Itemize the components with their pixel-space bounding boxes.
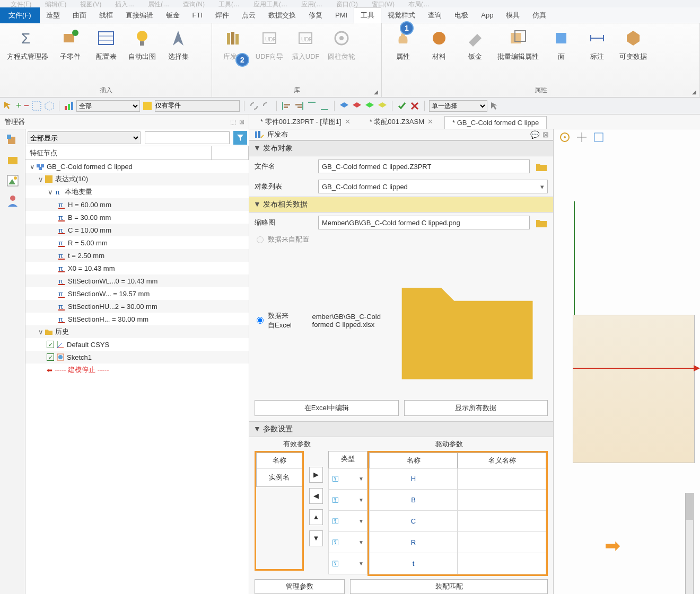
tree-var[interactable]: πC = 10.00 mm — [25, 224, 249, 236]
tab-query[interactable]: 查询 — [422, 7, 448, 23]
drive-name-cell[interactable]: R — [369, 532, 458, 553]
checkbox-checked-icon[interactable]: ✓ — [47, 353, 54, 361]
tab-repair[interactable]: 修复 — [302, 7, 329, 23]
ribbon-variable-data[interactable]: 可变数据 — [616, 25, 650, 84]
ribbon-batch-edit[interactable]: 批量编辑属性 — [494, 25, 542, 84]
tree-var[interactable]: πt = 2.50 mm — [25, 249, 249, 262]
excel-path-field[interactable]: ember\GB\GB_C-Cold formed C lipped.xlsx — [312, 313, 384, 329]
tab-pointcloud[interactable]: 点云 — [235, 7, 262, 23]
align-right-icon[interactable] — [294, 101, 304, 111]
file-menu-button[interactable]: 文件(F) — [0, 7, 40, 23]
show-all-data-button[interactable]: 显示所有数据 — [404, 400, 548, 416]
tab-electrode[interactable]: 电极 — [448, 7, 475, 23]
doc-tab-part001[interactable]: * 零件001.Z3PRT - [草图1]✕ — [252, 114, 358, 129]
tree-var[interactable]: πR = 5.00 mm — [25, 236, 249, 249]
tab-sheetmetal[interactable]: 钣金 — [160, 7, 186, 23]
radio-from-excel[interactable] — [257, 317, 264, 324]
box-icon[interactable] — [6, 154, 20, 167]
drive-enname-cell[interactable] — [458, 532, 546, 553]
tab-simulation[interactable]: 仿真 — [526, 7, 553, 23]
tree-var[interactable]: πSttSectionHU...2 = 30.00 mm — [25, 300, 249, 313]
ribbon-library-publish[interactable]: 库发布 2 — [216, 25, 250, 84]
edit-in-excel-button[interactable]: 在Excel中编辑 — [255, 400, 399, 416]
tab-surface[interactable]: 曲面 — [66, 7, 93, 23]
ribbon-udf-wizard[interactable]: UDF UDF向导 — [252, 25, 286, 84]
tree-csys[interactable]: ✓ Default CSYS — [25, 338, 249, 351]
close-icon[interactable]: ✕ — [345, 118, 351, 126]
filter-all-dropdown[interactable]: 全部 — [76, 100, 140, 112]
assembly-match-button[interactable]: 装配匹配 — [350, 579, 548, 594]
doc-tab-asm001[interactable]: * 装配001.Z3ASM✕ — [362, 114, 441, 129]
layer3-icon[interactable] — [364, 101, 375, 111]
section-param-settings[interactable]: ▼参数设置 — [249, 421, 553, 437]
tab-app[interactable]: App — [475, 7, 500, 23]
move-down-button[interactable]: ▼ — [309, 530, 323, 546]
objectlist-dropdown[interactable]: GB_C-Cold formed C lipped▾ — [318, 180, 548, 193]
tree-sketch[interactable]: ✓ Sketch1 — [25, 351, 249, 364]
tree-var[interactable]: πH = 60.00 mm — [25, 198, 249, 211]
doc-tab-gbc[interactable]: * GB_C-Cold formed C lippe — [444, 116, 547, 129]
tab-fti[interactable]: FTI — [186, 7, 209, 23]
thumbnail-field[interactable]: Member\GB\GB_C-Cold formed C lipped.png — [318, 216, 530, 229]
ribbon-annotation[interactable]: 标注 — [580, 25, 614, 84]
tree-history[interactable]: ∨ 历史 — [25, 325, 249, 338]
ribbon-auto-drawing[interactable]: 自动出图 — [125, 25, 159, 84]
star-cursor-icon[interactable] — [142, 101, 153, 111]
ribbon-face[interactable]: 面 — [544, 25, 578, 84]
close-icon[interactable]: ⊠ — [542, 130, 549, 139]
target-icon[interactable] — [559, 131, 571, 143]
only-parts-field[interactable] — [155, 100, 240, 112]
drive-type-cell[interactable]: ⚿▼ — [328, 468, 368, 490]
drive-enname-cell[interactable] — [458, 511, 546, 532]
drive-type-cell[interactable]: ⚿▼ — [328, 490, 368, 511]
single-select-dropdown[interactable]: 单一选择 — [429, 100, 487, 112]
move-left-button[interactable]: ◀ — [309, 488, 323, 504]
grid-icon[interactable] — [593, 131, 605, 143]
ribbon-cylindrical-gear[interactable]: 圆柱齿轮 — [325, 25, 358, 84]
tab-data-exchange[interactable]: 数据交换 — [262, 7, 302, 23]
image-icon[interactable] — [6, 174, 20, 188]
ribbon-properties[interactable]: 属性 1 — [386, 25, 420, 84]
folder-open-icon[interactable] — [389, 249, 546, 393]
manager-search-input[interactable] — [145, 131, 230, 144]
tab-weld[interactable]: 焊件 — [209, 7, 235, 23]
cursor-plus-icon[interactable] — [3, 101, 14, 111]
tab-visual-style[interactable]: 视觉样式 — [381, 7, 422, 23]
drive-name-cell[interactable]: C — [369, 511, 458, 532]
layer4-icon[interactable] — [377, 101, 388, 111]
display-mode-dropdown[interactable]: 全部显示 — [28, 131, 141, 144]
close-panel-icon[interactable]: ⊠ — [239, 118, 244, 126]
ribbon-insert-udf[interactable]: UDF 插入UDF — [288, 25, 322, 84]
layer-icon[interactable] — [339, 101, 349, 111]
layer2-icon[interactable] — [352, 101, 362, 111]
move-up-button[interactable]: ▲ — [309, 509, 323, 525]
move-right-button[interactable]: ▶ — [309, 467, 323, 483]
tab-mold[interactable]: 模具 — [500, 7, 526, 23]
hexagon-icon[interactable] — [44, 101, 55, 111]
dialog-launcher-icon[interactable]: ◢ — [692, 89, 696, 95]
tree-var[interactable]: πSttSectionH... = 30.00 mm — [25, 313, 249, 325]
ribbon-selection-set[interactable]: 选择集 — [161, 25, 195, 84]
scrollbar[interactable] — [685, 493, 694, 594]
tree-local-var[interactable]: ∨ π 本地变量 — [25, 185, 249, 198]
check-icon[interactable] — [397, 101, 407, 111]
drive-type-cell[interactable]: ⚿▼ — [328, 511, 368, 532]
tree-root[interactable]: ∨ GB_C-Cold formed C lipped — [25, 160, 249, 173]
instance-name-cell[interactable]: 实例名 — [256, 468, 302, 487]
ribbon-material[interactable]: 材料 — [422, 25, 456, 84]
tab-tools[interactable]: 工具 — [354, 7, 381, 23]
align-left-icon[interactable] — [281, 101, 292, 111]
tree-expression[interactable]: ∨ 表达式(10) — [25, 173, 249, 185]
checkbox-checked-icon[interactable]: ✓ — [47, 341, 54, 348]
close-icon[interactable]: ✕ — [427, 118, 433, 126]
chart-icon[interactable] — [64, 101, 74, 111]
crosshair-icon[interactable] — [576, 131, 588, 143]
tree-var[interactable]: πSttSectionWL...0 = 10.43 mm — [25, 274, 249, 287]
align-top-icon[interactable] — [307, 101, 317, 111]
drive-enname-cell[interactable] — [458, 468, 546, 490]
chat-icon[interactable]: 💬 — [530, 130, 539, 139]
ribbon-config-table[interactable]: 配置表 — [89, 25, 123, 84]
cross-icon[interactable] — [409, 101, 420, 111]
tab-pmi[interactable]: PMI — [329, 7, 354, 23]
dialog-launcher-icon[interactable]: ◢ — [374, 89, 378, 95]
